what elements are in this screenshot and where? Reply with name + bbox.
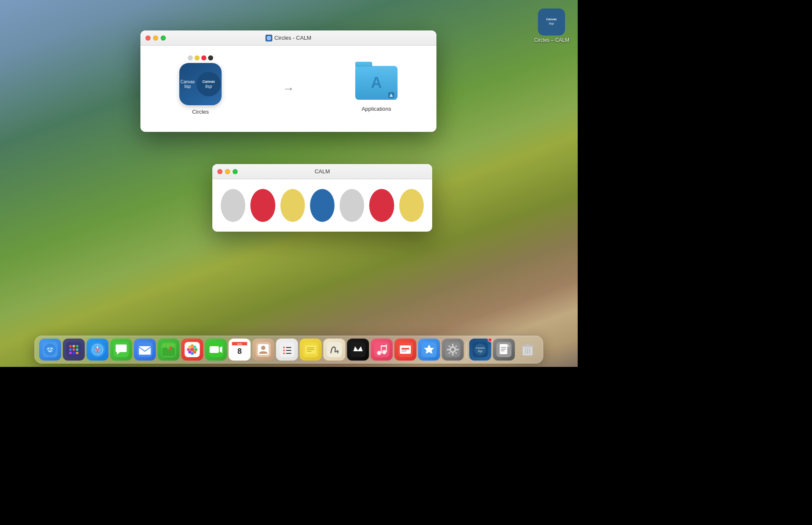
close-button[interactable] [145,36,151,41]
dock-item-circles[interactable]: Canvas lisp [469,339,491,361]
svg-point-17 [69,345,72,347]
installer-window: Circles - CALM Canvas lisp [140,30,436,132]
svg-point-45 [188,346,191,349]
desktop-icon-label: Circles – CALM [534,37,569,43]
dot-red [201,55,206,60]
dock: AUG 8 [35,336,543,364]
svg-point-42 [191,352,194,355]
dock-item-notes[interactable] [300,339,322,361]
calm-circle-gray-2 [340,189,364,222]
svg-text:8: 8 [237,347,241,355]
svg-rect-88 [452,353,454,355]
dock-item-appstore[interactable] [418,339,440,361]
calm-circle-yellow-2 [399,189,424,222]
dock-item-freeform[interactable] [324,339,346,361]
svg-text:Canvas: Canvas [546,18,557,21]
dock-item-facetime[interactable] [205,339,227,361]
dock-item-finder[interactable] [39,339,61,361]
dock-item-messages[interactable] [110,339,132,361]
applications-folder-icon[interactable]: A [355,66,398,102]
calm-minimize-button[interactable] [225,169,230,174]
dock-item-trash[interactable] [517,339,539,361]
svg-point-86 [451,348,455,351]
svg-text:lisp: lisp [206,84,212,89]
dock-item-reminders[interactable] [276,339,298,361]
svg-point-43 [187,348,190,351]
svg-rect-89 [447,349,450,350]
svg-text:Canvas: Canvas [476,347,484,349]
dock-item-mail[interactable] [134,339,156,361]
calm-circle-red-2 [369,189,394,222]
drag-dots [188,55,213,60]
dock-item-safari[interactable] [87,339,109,361]
svg-rect-59 [280,342,295,357]
calm-circle-blue [310,189,335,222]
svg-rect-35 [139,346,151,355]
calm-maximize-button[interactable] [233,169,238,174]
svg-point-23 [69,352,72,354]
svg-text:Canvas: Canvas [203,79,215,83]
calm-circle-yellow-1 [280,189,305,222]
applications-item-label: Applications [362,106,391,112]
circles-item-label: Circles [192,109,209,115]
dock-circles-badge [488,338,492,342]
svg-rect-87 [452,344,454,346]
dock-item-launchpad[interactable] [63,339,85,361]
dock-item-maps[interactable] [158,339,180,361]
install-arrow: → [283,82,294,96]
folder-body: A [355,66,398,100]
svg-point-21 [73,348,75,351]
dot-yellow [195,55,200,60]
installer-content: Canvas lisp Circles → A [140,46,436,132]
window-title-text: Circles - CALM [274,35,311,41]
disk-image-icon [266,35,272,41]
dock-item-contacts[interactable] [252,339,274,361]
desktop-icon-circles-calm[interactable]: Canvas lisp Circles – CALM [534,8,569,43]
svg-point-75 [382,350,387,354]
svg-point-15 [52,349,53,350]
dock-item-quicklook[interactable] [493,339,515,361]
dock-divider [466,341,467,358]
svg-point-22 [76,348,79,351]
circles-install-item[interactable]: Canvas lisp Circles [179,63,222,115]
svg-point-62 [283,350,285,351]
svg-point-5 [268,37,270,39]
dock-item-news[interactable] [395,339,417,361]
window-title: Circles - CALM [266,35,311,41]
svg-rect-50 [210,346,219,353]
dock-item-photos[interactable] [181,339,203,361]
svg-rect-78 [381,345,387,347]
svg-point-46 [193,346,196,349]
svg-point-40 [190,347,195,352]
minimize-button[interactable] [153,36,158,41]
dock-item-music[interactable] [371,339,393,361]
svg-point-64 [283,353,285,354]
svg-point-58 [261,346,266,350]
svg-point-14 [49,349,49,350]
dock-item-appletv[interactable] [347,339,369,361]
maximize-button[interactable] [161,36,166,41]
svg-rect-72 [351,342,366,357]
svg-rect-108 [526,344,530,346]
dot-gray [188,55,193,60]
svg-point-24 [73,352,75,354]
svg-text:lisp: lisp [478,350,483,353]
svg-text:AUG: AUG [237,343,242,345]
calm-circle-gray-1 [221,189,245,222]
circles-app-icon[interactable]: Canvas lisp [179,63,222,105]
calm-traffic-lights [217,169,238,174]
calm-window: CALM [212,164,432,232]
svg-rect-90 [456,349,459,350]
folder-arrow [388,92,394,98]
applications-install-item[interactable]: A Applications [355,66,398,112]
calm-close-button[interactable] [217,169,222,174]
circles-calm-icon: Canvas lisp [538,8,565,36]
dock-item-calendar[interactable]: AUG 8 [229,339,251,361]
svg-point-44 [195,348,198,351]
svg-point-60 [283,347,285,348]
svg-point-19 [76,345,79,347]
svg-text:lisp: lisp [549,22,554,25]
dock-item-system-preferences[interactable] [442,339,464,361]
svg-point-20 [69,348,72,351]
svg-point-41 [191,345,194,347]
